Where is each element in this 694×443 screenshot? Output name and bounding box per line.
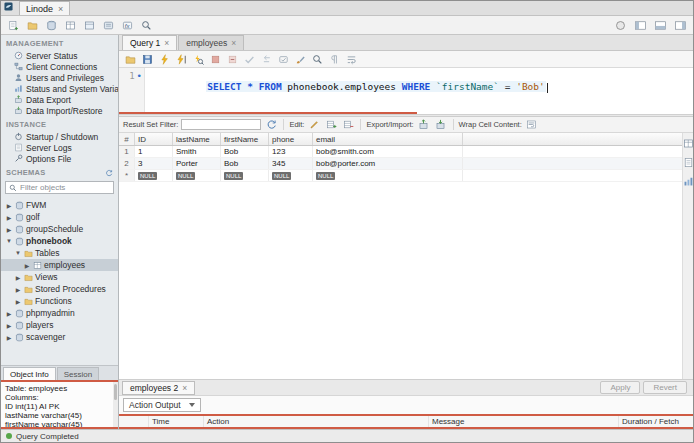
editor-tab-employees[interactable]: employees× [178,35,244,50]
column-header-id[interactable]: ID [135,133,173,145]
tree-node-fwm[interactable]: ▶FWM [1,199,118,211]
wrap-text-icon[interactable] [343,52,359,66]
output-column-time[interactable]: Time [149,416,204,427]
tree-node-stored-procedures[interactable]: ▶Stored Procedures [1,283,118,295]
explain-icon[interactable] [190,52,206,66]
grid-cell[interactable]: NULL [313,170,463,181]
create-function-icon[interactable]: fx [119,18,136,33]
export-recordset-icon[interactable] [417,118,431,131]
schema-filter-input[interactable] [20,183,110,192]
grid-cell[interactable]: bob@porter.com [313,158,463,169]
stop-on-error-icon[interactable] [224,52,240,66]
tree-node-groupschedule[interactable]: ▶groupSchedule [1,223,118,235]
import-records-icon[interactable] [434,118,448,131]
tree-expand-arrow-icon[interactable]: ▶ [5,214,13,221]
result-filter-input[interactable] [181,119,261,130]
open-script-icon[interactable] [24,18,41,33]
sidebar-item-startup-shutdown[interactable]: Startup / Shutdown [1,131,118,142]
wrap-cell-icon[interactable] [525,118,539,131]
create-table-icon[interactable] [62,18,79,33]
editor-tab-close-icon[interactable]: × [164,38,169,48]
add-record-icon[interactable] [324,118,338,131]
grid-cell[interactable]: NULL [135,170,173,181]
tree-expand-arrow-icon[interactable]: ▶ [5,226,13,233]
column-header-phone[interactable]: phone [269,133,313,145]
grid-cell[interactable]: 123 [269,146,313,157]
field-types-view-icon[interactable] [680,174,694,189]
table-row[interactable]: *NULLNULLNULLNULLNULL [119,170,682,182]
execute-icon[interactable] [156,52,172,66]
column-header-firstname[interactable]: firstName [221,133,269,145]
new-query-tab-icon[interactable] [5,18,22,33]
tree-expand-arrow-icon[interactable]: ▶ [23,262,31,269]
tree-node-employees[interactable]: ▶employees [1,259,118,271]
tree-node-golf[interactable]: ▶golf [1,211,118,223]
sidebar-item-server-logs[interactable]: Server Logs [1,142,118,153]
row-number-cell[interactable]: 1 [119,146,135,157]
result-grid-view-icon[interactable] [680,136,694,151]
tree-node-views[interactable]: ▶Views [1,271,118,283]
status-circle-icon[interactable] [612,18,629,33]
grid-cell[interactable]: NULL [173,170,221,181]
sidebar-item-data-export[interactable]: Data Export [1,94,118,105]
toggle-right-panel-icon[interactable] [672,18,689,33]
create-procedure-icon[interactable] [100,18,117,33]
sidebar-item-status-and-system-variables[interactable]: Status and System Variables [1,83,118,94]
tree-expand-arrow-icon[interactable]: ▶ [5,322,13,329]
grid-cell[interactable]: NULL [269,170,313,181]
rollback-icon[interactable] [258,52,274,66]
result-tab-employees-2[interactable]: employees 2 × [122,381,195,395]
tree-node-phonebook[interactable]: ▼phonebook [1,235,118,247]
toggle-left-panel-icon[interactable] [632,18,649,33]
grid-cell[interactable]: 1 [135,146,173,157]
apply-button[interactable]: Apply [600,381,640,394]
row-number-cell[interactable]: * [119,170,135,181]
column-header-email[interactable]: email [313,133,463,145]
create-view-icon[interactable] [81,18,98,33]
table-row[interactable]: 11SmithBob123bob@smith.com [119,146,682,158]
grid-cell[interactable]: Smith [173,146,221,157]
refresh-grid-icon[interactable] [264,118,278,131]
tree-expand-arrow-icon[interactable]: ▶ [14,298,22,305]
execute-current-icon[interactable] [173,52,189,66]
toggle-bottom-panel-icon[interactable] [652,18,669,33]
sidebar-tab-object-info[interactable]: Object Info [3,367,56,380]
column-header-lastname[interactable]: lastName [173,133,221,145]
invisible-chars-icon[interactable] [326,52,342,66]
find-icon[interactable] [309,52,325,66]
tree-node-phpmyadmin[interactable]: ▶phpmyadmin [1,307,118,319]
tree-expand-arrow-icon[interactable]: ▶ [5,334,13,341]
beautify-icon[interactable] [292,52,308,66]
sql-editor[interactable]: 1 • SELECT * FROM phonebook.employees WH… [119,68,693,114]
grid-cell[interactable]: Porter [173,158,221,169]
output-column-action[interactable]: Action [204,416,429,427]
tree-node-functions[interactable]: ▶Functions [1,295,118,307]
edit-record-icon[interactable] [307,118,321,131]
result-tab-close-icon[interactable]: × [182,383,187,393]
tree-node-scavenger[interactable]: ▶scavenger [1,331,118,343]
sidebar-item-options-file[interactable]: Options File [1,153,118,164]
sidebar-item-server-status[interactable]: Server Status [1,50,118,61]
sidebar-tab-session[interactable]: Session [57,367,99,380]
grid-cell[interactable]: bob@smith.com [313,146,463,157]
sidebar-item-data-import-restore[interactable]: Data Import/Restore [1,105,118,116]
column-header-[interactable]: # [119,133,135,145]
table-row[interactable]: 23PorterBob345bob@porter.com [119,158,682,170]
editor-code-area[interactable]: SELECT * FROM phonebook.employees WHERE … [145,68,693,114]
row-number-cell[interactable]: 2 [119,158,135,169]
tree-node-tables[interactable]: ▼Tables [1,247,118,259]
grid-cell[interactable]: Bob [221,146,269,157]
editor-tab-close-icon[interactable]: × [231,38,236,48]
tree-node-players[interactable]: ▶players [1,319,118,331]
save-script-icon[interactable] [139,52,155,66]
tree-expand-arrow-icon[interactable]: ▶ [14,286,22,293]
grid-cell[interactable]: Bob [221,158,269,169]
revert-button[interactable]: Revert [643,381,687,394]
connection-tab[interactable]: Linode × [19,1,70,15]
tree-expand-arrow-icon[interactable]: ▶ [14,274,22,281]
open-file-icon[interactable] [122,52,138,66]
grid-cell[interactable]: 345 [269,158,313,169]
sidebar-item-client-connections[interactable]: Client Connections [1,61,118,72]
stop-icon[interactable] [207,52,223,66]
grid-cell[interactable]: 3 [135,158,173,169]
